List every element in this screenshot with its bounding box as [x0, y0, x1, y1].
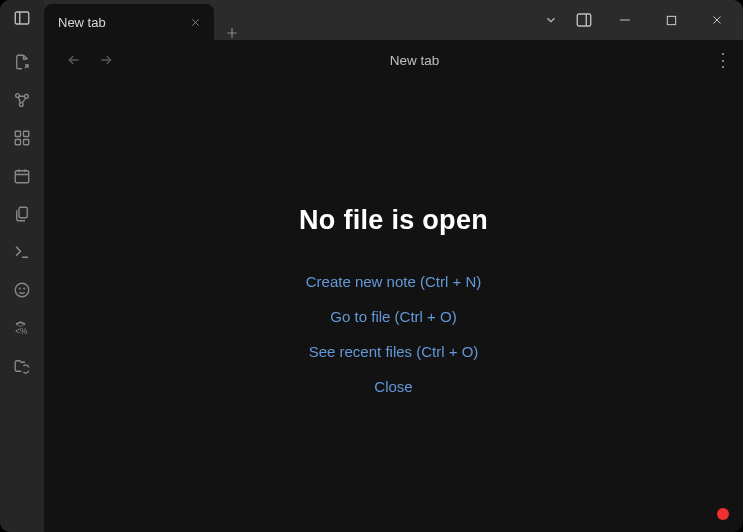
- close-icon: [711, 14, 723, 26]
- command-palette-button[interactable]: [6, 238, 38, 266]
- view-title: New tab: [124, 53, 705, 68]
- nav-arrows: [54, 50, 116, 70]
- arrow-left-icon: [66, 52, 82, 68]
- main-area: New tab ⋮ No file is open Create new not…: [44, 40, 743, 532]
- close-icon: [190, 17, 201, 28]
- recent-files-link[interactable]: See recent files (Ctrl + O): [309, 343, 479, 360]
- titlebar: New tab: [0, 0, 743, 40]
- folder-sync-button[interactable]: [6, 352, 38, 380]
- svg-point-30: [24, 288, 25, 289]
- graph-icon: [13, 91, 31, 109]
- svg-line-16: [18, 97, 20, 103]
- calendar-icon: [13, 167, 31, 185]
- empty-state: No file is open Create new note (Ctrl + …: [44, 80, 743, 532]
- folder-sync-icon: [13, 357, 31, 375]
- canvas-button[interactable]: [6, 124, 38, 152]
- app-window: New tab: [0, 0, 743, 532]
- tab-list-button[interactable]: [537, 0, 565, 40]
- minimize-icon: [619, 14, 631, 26]
- view-header: New tab ⋮: [44, 40, 743, 80]
- arrow-right-icon: [98, 52, 114, 68]
- svg-rect-0: [15, 12, 29, 24]
- templates-button[interactable]: <%: [6, 314, 38, 342]
- files-button[interactable]: [6, 200, 38, 228]
- empty-heading: No file is open: [299, 205, 488, 236]
- svg-rect-20: [15, 140, 20, 145]
- sidebar-left-icon: [13, 9, 31, 31]
- quick-switcher-button[interactable]: [6, 48, 38, 76]
- record-indicator[interactable]: [717, 508, 729, 520]
- tab-close-button[interactable]: [186, 13, 204, 31]
- left-sidebar-toggle[interactable]: [0, 0, 44, 40]
- svg-point-28: [15, 283, 29, 297]
- tab-new-tab[interactable]: New tab: [44, 4, 214, 40]
- file-arrow-icon: [13, 53, 31, 71]
- svg-rect-6: [577, 14, 591, 26]
- tab-label: New tab: [58, 15, 106, 30]
- svg-rect-19: [24, 131, 29, 136]
- emoji-button[interactable]: [6, 276, 38, 304]
- graph-view-button[interactable]: [6, 86, 38, 114]
- go-to-file-link[interactable]: Go to file (Ctrl + O): [330, 308, 456, 325]
- close-link[interactable]: Close: [374, 378, 412, 395]
- more-vertical-icon: ⋮: [714, 50, 732, 70]
- template-icon: <%: [13, 319, 31, 337]
- svg-rect-9: [667, 16, 675, 24]
- tab-strip: New tab: [44, 0, 537, 40]
- svg-line-17: [22, 98, 25, 103]
- window-close-button[interactable]: [695, 0, 739, 40]
- terminal-icon: [13, 243, 31, 261]
- svg-rect-18: [15, 131, 20, 136]
- svg-rect-21: [24, 140, 29, 145]
- window-maximize-button[interactable]: [649, 0, 693, 40]
- new-tab-button[interactable]: [214, 26, 250, 40]
- files-icon: [13, 205, 31, 223]
- svg-rect-22: [15, 171, 29, 183]
- maximize-icon: [666, 15, 677, 26]
- svg-point-29: [19, 288, 20, 289]
- chevron-down-icon: [544, 13, 558, 27]
- grid-icon: [13, 129, 31, 147]
- plus-icon: [225, 26, 239, 40]
- right-sidebar-toggle[interactable]: [567, 0, 601, 40]
- smile-icon: [13, 281, 31, 299]
- view-more-button[interactable]: ⋮: [713, 51, 733, 69]
- create-note-link[interactable]: Create new note (Ctrl + N): [306, 273, 481, 290]
- daily-note-button[interactable]: [6, 162, 38, 190]
- svg-rect-26: [19, 207, 27, 218]
- nav-forward-button[interactable]: [96, 50, 116, 70]
- ribbon: <%: [0, 40, 44, 532]
- titlebar-right: [537, 0, 743, 40]
- nav-back-button[interactable]: [64, 50, 84, 70]
- window-minimize-button[interactable]: [603, 0, 647, 40]
- sidebar-right-icon: [575, 11, 593, 29]
- svg-text:<%: <%: [15, 327, 28, 336]
